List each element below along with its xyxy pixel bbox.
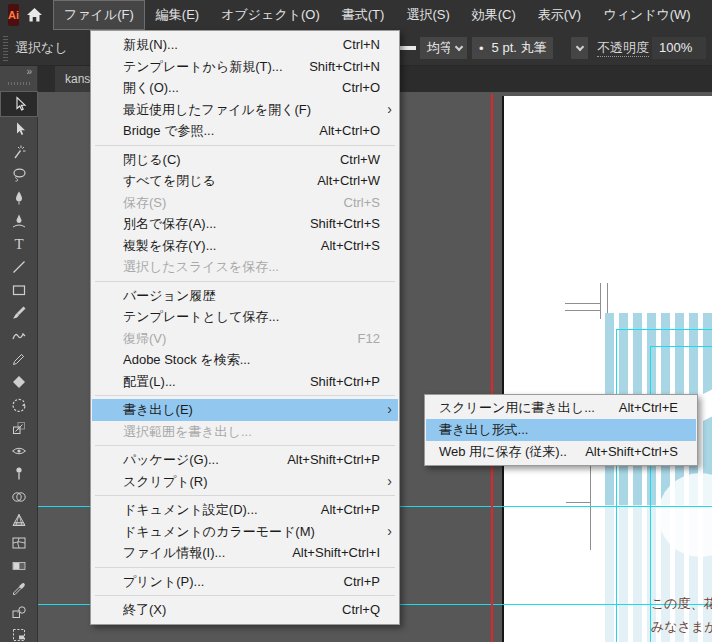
menubar-item[interactable]: ファイル(F) <box>53 0 145 30</box>
line-segment-icon <box>11 259 27 275</box>
file-menu-item[interactable]: 閉じる(C)Ctrl+W <box>92 149 398 171</box>
menu-separator <box>95 567 395 568</box>
file-menu-item[interactable]: Adobe Stock を検索... <box>92 349 398 371</box>
tool-pencil[interactable] <box>0 347 38 370</box>
file-menu-item[interactable]: バージョン履歴 <box>92 285 398 307</box>
menu-item-shortcut: Alt+Ctrl+O <box>319 120 380 142</box>
trim-mark <box>566 502 591 503</box>
file-menu-item[interactable]: すべてを閉じるAlt+Ctrl+W <box>92 170 398 192</box>
file-menu-item[interactable]: 新規(N)...Ctrl+N <box>92 34 398 56</box>
menubar-item[interactable]: オブジェクト(O) <box>210 0 331 30</box>
menu-item-shortcut: Alt+Shift+Ctrl+P <box>287 449 380 471</box>
file-menu-item[interactable]: 書き出し(E)› <box>92 399 398 421</box>
tool-direct-selection[interactable] <box>0 117 38 140</box>
menubar-item[interactable]: ウィンドウ(W) <box>592 0 701 30</box>
brush-dot-icon: • <box>479 41 484 56</box>
tool-magic-wand[interactable] <box>0 140 38 163</box>
selection-status: 選択なし <box>15 30 68 66</box>
menubar-item[interactable]: 選択(S) <box>395 0 460 30</box>
menubar-item[interactable]: 効果(C) <box>461 0 527 30</box>
menu-item-label: Bridge で参照... <box>123 120 301 142</box>
submenu-arrow-icon: › <box>380 399 392 421</box>
menubar-item[interactable]: 編集(E) <box>145 0 210 30</box>
menu-item-label: 書き出し形式... <box>439 419 660 441</box>
tool-scale[interactable] <box>0 416 38 439</box>
brush-select[interactable]: • 5 pt. 丸筆 <box>472 37 553 59</box>
trim-mark <box>600 283 601 319</box>
file-menu-item[interactable]: 終了(X)Ctrl+Q <box>92 599 398 621</box>
file-menu-item[interactable]: Bridge で参照...Alt+Ctrl+O <box>92 120 398 142</box>
tool-width[interactable] <box>0 439 38 462</box>
menu-item-shortcut: Alt+Ctrl+P <box>321 499 380 521</box>
tool-gradient[interactable] <box>0 554 38 577</box>
trim-mark <box>565 303 601 304</box>
menubar-item[interactable]: 表示(V) <box>527 0 592 30</box>
tool-shaper[interactable] <box>0 324 38 347</box>
tool-perspective-grid[interactable] <box>0 508 38 531</box>
file-menu-item[interactable]: テンプレートとして保存... <box>92 306 398 328</box>
panel-grip[interactable] <box>8 82 30 85</box>
menubar-item[interactable]: ヘルプ(H) <box>702 0 712 30</box>
file-menu-item[interactable]: パッケージ(G)...Alt+Shift+Ctrl+P <box>92 449 398 471</box>
file-menu-item[interactable]: 配置(L)...Shift+Ctrl+P <box>92 371 398 393</box>
tool-rotate[interactable] <box>0 393 38 416</box>
home-icon[interactable] <box>26 0 43 30</box>
tool-curvature[interactable] <box>0 209 38 232</box>
tool-line-segment[interactable] <box>0 255 38 278</box>
artwork-text: みなさまが <box>651 618 712 636</box>
menu-separator <box>95 145 395 146</box>
tool-type[interactable]: T <box>0 232 38 255</box>
brush-dropdown-button[interactable] <box>571 37 588 59</box>
export-submenu-item[interactable]: スクリーン用に書き出し...Alt+Ctrl+E <box>426 397 696 419</box>
stroke-weight-swatch-icon[interactable] <box>399 46 416 50</box>
pen-icon <box>11 190 27 206</box>
tool-mesh[interactable] <box>0 531 38 554</box>
tool-rectangle[interactable] <box>0 278 38 301</box>
menubar-item[interactable]: 書式(T) <box>331 0 396 30</box>
menu-item-shortcut: Shift+Ctrl+P <box>310 371 380 393</box>
menu-separator <box>95 445 395 446</box>
file-menu-item[interactable]: ドキュメントのカラーモード(M)› <box>92 521 398 543</box>
stroke-profile-dropdown-button[interactable] <box>450 37 467 59</box>
tool-blend[interactable] <box>0 600 38 623</box>
tool-puppet-warp[interactable] <box>0 462 38 485</box>
menu-item-label: Web 用に保存 (従来)... <box>439 441 567 463</box>
menu-separator <box>95 395 395 396</box>
tool-eyedropper[interactable] <box>0 577 38 600</box>
opacity-field[interactable]: 100% <box>652 37 706 59</box>
file-menu-item[interactable]: テンプレートから新規(T)...Shift+Ctrl+N <box>92 56 398 78</box>
tool-artboard[interactable] <box>0 623 38 642</box>
file-menu-item[interactable]: 開く(O)...Ctrl+O <box>92 77 398 99</box>
paintbrush-icon <box>11 305 27 321</box>
file-menu-item[interactable]: プリント(P)...Ctrl+P <box>92 571 398 593</box>
tool-eraser[interactable] <box>0 370 38 393</box>
object-guide <box>650 346 712 347</box>
double-chevron-icon[interactable]: » <box>0 66 37 79</box>
file-menu-item[interactable]: ドキュメント設定(D)...Alt+Ctrl+P <box>92 499 398 521</box>
tool-lasso[interactable] <box>0 163 38 186</box>
submenu-arrow-icon: › <box>380 99 392 121</box>
menu-item-label: 開く(O)... <box>123 77 324 99</box>
menu-item-label: 新規(N)... <box>123 34 325 56</box>
menubar: Ai ファイル(F)編集(E)オブジェクト(O)書式(T)選択(S)効果(C)表… <box>0 0 712 30</box>
file-menu-item[interactable]: 複製を保存(Y)...Alt+Ctrl+S <box>92 235 398 257</box>
panel-grip[interactable] <box>3 35 8 61</box>
export-submenu-item[interactable]: Web 用に保存 (従来)...Alt+Shift+Ctrl+S <box>426 441 696 463</box>
menu-item-shortcut: Alt+Ctrl+W <box>317 170 380 192</box>
export-submenu-item[interactable]: 書き出し形式... <box>426 419 696 441</box>
app-logo-icon[interactable]: Ai <box>8 4 19 26</box>
tool-selection[interactable] <box>0 91 38 117</box>
file-menu-item[interactable]: 最近使用したファイルを開く(F)› <box>92 99 398 121</box>
file-menu-item[interactable]: 別名で保存(A)...Shift+Ctrl+S <box>92 213 398 235</box>
tool-shape-builder[interactable] <box>0 485 38 508</box>
file-menu-item[interactable]: スクリプト(R)› <box>92 471 398 493</box>
rectangle-icon <box>11 282 27 298</box>
eyedropper-icon <box>11 581 27 597</box>
tool-paintbrush[interactable] <box>0 301 38 324</box>
file-menu-item[interactable]: ファイル情報(I)...Alt+Shift+Ctrl+I <box>92 542 398 564</box>
menu-item-label: 別名で保存(A)... <box>123 213 292 235</box>
menu-item-label: 選択したスライスを保存... <box>123 256 362 278</box>
menu-item-shortcut: Alt+Ctrl+E <box>619 397 678 419</box>
shape-builder-icon <box>11 489 27 505</box>
tool-pen[interactable] <box>0 186 38 209</box>
